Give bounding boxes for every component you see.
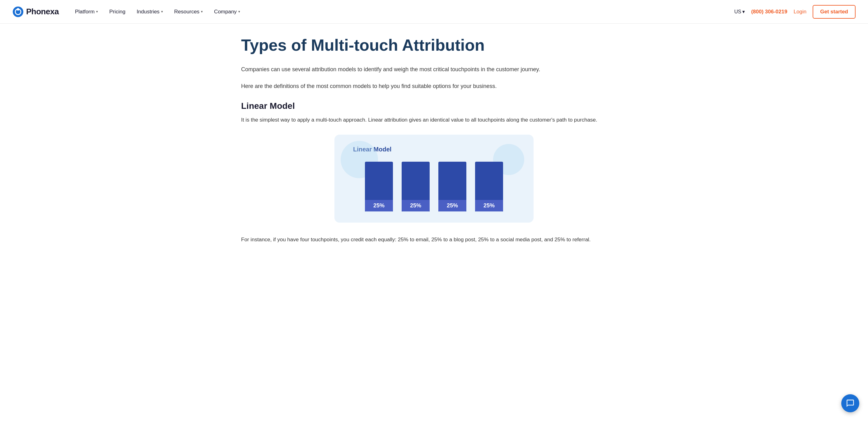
bar-label-1: 25% — [365, 200, 393, 212]
get-started-button[interactable]: Get started — [813, 5, 856, 19]
bar-3: 25% — [438, 162, 466, 212]
chevron-down-icon: ▾ — [161, 10, 163, 14]
logo-text: Phonexa — [26, 7, 59, 17]
bar-label-3: 25% — [438, 200, 466, 212]
locale-selector[interactable]: US ▾ — [734, 9, 745, 14]
bar-1: 25% — [365, 162, 393, 212]
linear-model-heading: Linear Model — [241, 101, 627, 111]
linear-model-chart: Linear Model 25% 25% 25% — [335, 135, 533, 223]
linear-model-chart-container: Linear Model 25% 25% 25% — [241, 135, 627, 223]
bar-label-4: 25% — [475, 200, 503, 212]
page-title: Types of Multi-touch Attribution — [241, 36, 627, 55]
bars-row: 25% 25% 25% 25% — [353, 162, 515, 212]
nav-links: Platform ▾ Pricing Industries ▾ Resource… — [70, 6, 734, 18]
main-content: Types of Multi-touch Attribution Compani… — [216, 24, 652, 263]
chevron-down-icon: ▾ — [742, 9, 745, 14]
logo-icon — [12, 6, 24, 18]
chart-title: Linear Model — [353, 146, 515, 153]
navigation: Phonexa Platform ▾ Pricing Industries ▾ … — [0, 0, 868, 24]
bar-2: 25% — [402, 162, 430, 212]
login-button[interactable]: Login — [794, 9, 807, 15]
intro-paragraph-2: Here are the definitions of the most com… — [241, 82, 583, 91]
nav-item-pricing[interactable]: Pricing — [104, 6, 130, 18]
linear-model-description: It is the simplest way to apply a multi-… — [241, 116, 615, 125]
bar-label-2: 25% — [402, 200, 430, 212]
phone-number[interactable]: (800) 306-0219 — [751, 9, 787, 15]
nav-item-company[interactable]: Company ▾ — [209, 6, 245, 18]
bar-column-3: 25% — [438, 162, 466, 212]
bar-4: 25% — [475, 162, 503, 212]
chevron-down-icon: ▾ — [201, 10, 203, 14]
svg-point-2 — [17, 8, 19, 10]
bar-column-1: 25% — [365, 162, 393, 212]
nav-right: US ▾ (800) 306-0219 Login Get started — [734, 5, 856, 19]
nav-item-platform[interactable]: Platform ▾ — [70, 6, 103, 18]
nav-item-resources[interactable]: Resources ▾ — [169, 6, 208, 18]
intro-paragraph-1: Companies can use several attribution mo… — [241, 65, 583, 74]
bar-column-2: 25% — [402, 162, 430, 212]
logo[interactable]: Phonexa — [12, 6, 59, 18]
chevron-down-icon: ▾ — [96, 10, 98, 14]
chevron-down-icon: ▾ — [238, 10, 240, 14]
bar-column-4: 25% — [475, 162, 503, 212]
bottom-paragraph: For instance, if you have four touchpoin… — [241, 235, 627, 245]
nav-item-industries[interactable]: Industries ▾ — [132, 6, 168, 18]
